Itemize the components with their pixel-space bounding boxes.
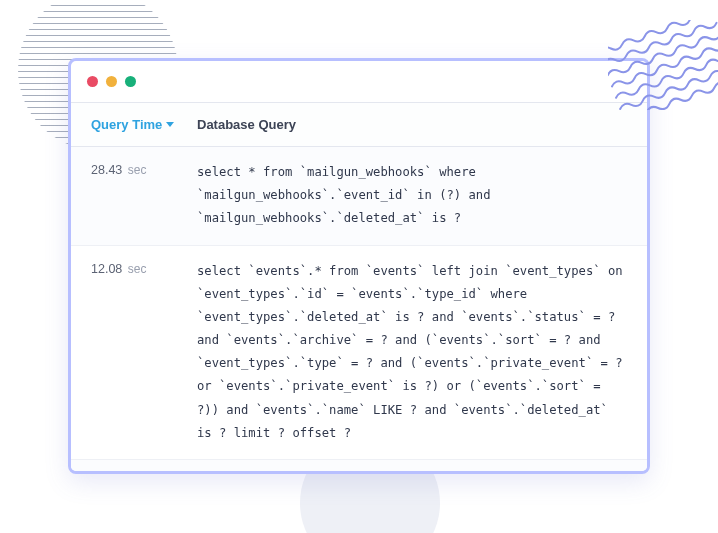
query-text-cell: select * from `event_template_objects` w… (191, 460, 647, 471)
window-titlebar (71, 61, 647, 103)
query-time-value: 28.43 (91, 163, 122, 177)
maximize-icon[interactable] (125, 76, 136, 87)
query-time-unit: sec (128, 262, 147, 276)
query-time-value: 12.08 (91, 262, 122, 276)
query-time-unit: sec (128, 163, 147, 177)
table-row[interactable]: 10.93 secselect * from `event_template_o… (71, 460, 647, 471)
column-header-query-time[interactable]: Query Time (71, 103, 191, 146)
sort-descending-icon (166, 122, 174, 127)
app-window: Query Time Database Query 28.43 secselec… (68, 58, 650, 474)
column-header-label: Query Time (91, 117, 162, 132)
column-header-database-query[interactable]: Database Query (191, 103, 647, 146)
close-icon[interactable] (87, 76, 98, 87)
table-header-row: Query Time Database Query (71, 103, 647, 147)
query-table: Query Time Database Query 28.43 secselec… (71, 103, 647, 471)
column-header-label: Database Query (197, 117, 296, 132)
table-row[interactable]: 12.08 secselect `events`.* from `events`… (71, 246, 647, 460)
query-text-cell: select `events`.* from `events` left joi… (191, 246, 647, 459)
query-time-cell: 10.93 sec (71, 460, 191, 471)
query-text-cell: select * from `mailgun_webhooks` where `… (191, 147, 647, 245)
query-time-cell: 28.43 sec (71, 147, 191, 245)
query-time-cell: 12.08 sec (71, 246, 191, 459)
table-row[interactable]: 28.43 secselect * from `mailgun_webhooks… (71, 147, 647, 246)
minimize-icon[interactable] (106, 76, 117, 87)
